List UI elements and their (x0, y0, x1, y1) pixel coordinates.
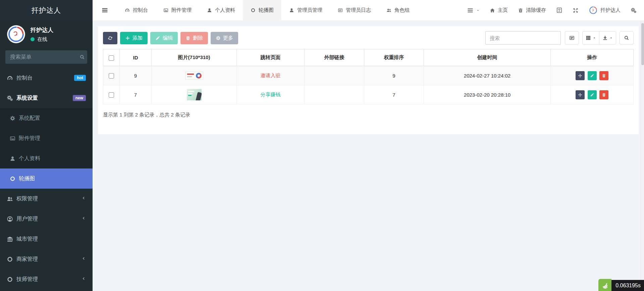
tab-label: 个人资料 (215, 7, 235, 13)
tab-role-group[interactable]: 角色组 (379, 0, 417, 20)
row-delete-button[interactable] (599, 71, 608, 80)
tab-carousel[interactable]: 轮播图 (243, 0, 281, 20)
export-dropdown-button[interactable] (599, 31, 616, 45)
columns-dropdown-button[interactable] (582, 31, 599, 45)
header-weight[interactable]: 权重排序 (364, 49, 424, 66)
refresh-button[interactable] (103, 32, 117, 44)
thinkphp-debug-icon[interactable] (598, 279, 611, 291)
cell-actions (551, 85, 634, 104)
add-button[interactable]: 添加 (120, 32, 148, 44)
settings-button[interactable] (631, 7, 637, 13)
circle-o-icon (251, 8, 256, 13)
delete-button[interactable]: 删除 (180, 32, 208, 44)
home-icon (490, 8, 495, 13)
row-checkbox[interactable] (109, 92, 114, 98)
dragsort-button[interactable] (576, 90, 585, 99)
sidebar-item-user-management[interactable]: 用户管理 (0, 209, 93, 229)
toolbar-button-group (582, 31, 616, 45)
brand-title: 扦护达人 (0, 0, 93, 20)
header-select-all[interactable] (103, 49, 120, 66)
fullscreen-button[interactable] (573, 7, 579, 13)
cogs-icon (7, 95, 13, 101)
menu-search-input[interactable] (10, 54, 79, 60)
sidebar-item-dashboard[interactable]: 控制台 hot (0, 68, 93, 88)
sidebar-item-system-settings[interactable]: 系统设置 new (0, 88, 93, 108)
jump-page-link[interactable]: 分享赚钱 (261, 92, 281, 97)
more-button[interactable]: 更多 (211, 32, 238, 44)
search-icon[interactable] (79, 54, 85, 60)
select-all-checkbox[interactable] (109, 55, 114, 61)
clear-cache-button[interactable]: 清除缓存 (518, 7, 546, 13)
header-link[interactable]: 跳转页面 (237, 49, 305, 66)
tab-label: 轮播图 (259, 7, 274, 13)
chevron-left-icon (81, 256, 86, 262)
home-link[interactable]: 主页 (490, 7, 508, 13)
cell-actions (551, 66, 634, 85)
user-menu[interactable]: 扦护达人 (589, 6, 621, 15)
search-toggle-button[interactable] (620, 31, 634, 45)
circle-o-icon (7, 256, 13, 262)
trash-icon (602, 74, 606, 78)
row-delete-button[interactable] (599, 90, 608, 99)
dragsort-button[interactable] (576, 71, 585, 80)
header-id[interactable]: ID (120, 49, 152, 66)
scrollbar-thumb[interactable] (641, 23, 644, 65)
header-external-link[interactable]: 外部链接 (305, 49, 364, 66)
refresh-icon (108, 36, 113, 41)
avatar (7, 25, 25, 44)
sidebar: 扦护达人 扦护达人 在线 控制台 hot 系统设置 (0, 0, 93, 291)
clear-cache-label: 清除缓存 (526, 7, 546, 13)
tab-admin-log[interactable]: 管理员日志 (330, 0, 379, 20)
sidebar-item-label: 城市管理 (16, 236, 86, 243)
sidebar-item-system-config[interactable]: 系统配置 (0, 108, 93, 128)
jump-page-link[interactable]: 邀请入驻 (261, 72, 281, 78)
columns-grid-icon (586, 35, 591, 41)
banner-image[interactable] (185, 71, 203, 80)
tab-attachments[interactable]: 附件管理 (156, 0, 199, 20)
sidebar-item-technician-management[interactable]: 技师管理 (0, 269, 93, 289)
users-icon (7, 196, 13, 202)
carousel-panel: 添加 编辑 删除 更多 (98, 26, 639, 134)
scrollbar[interactable] (641, 20, 644, 291)
tab-dashboard[interactable]: 控制台 (117, 0, 156, 20)
caret-down-icon (609, 36, 613, 40)
list-alt-icon (338, 8, 343, 13)
nav-list-dropdown[interactable] (467, 7, 480, 14)
language-icon (556, 7, 562, 13)
tab-admin-management[interactable]: 管理员管理 (281, 0, 330, 20)
user-icon (10, 156, 15, 161)
trash-icon (518, 8, 523, 13)
sidebar-item-profile[interactable]: 个人资料 (0, 148, 93, 168)
topbar-username: 扦护达人 (600, 7, 621, 13)
row-edit-button[interactable] (588, 71, 597, 80)
language-switch-button[interactable] (556, 7, 562, 13)
table-search-input[interactable] (485, 31, 561, 45)
table-row: 9 邀请入驻 9 2024-02-27 10:24:02 (103, 66, 634, 85)
search-icon (624, 35, 629, 41)
toggle-view-button[interactable] (565, 31, 579, 45)
header-created[interactable]: 创建时间 (424, 49, 551, 66)
row-checkbox[interactable] (109, 73, 114, 79)
export-icon (602, 35, 608, 41)
topbar: 控制台 附件管理 个人资料 轮播图 管理员管理 (93, 0, 644, 20)
debug-toolbar: 0.063195s (598, 279, 644, 291)
sidebar-item-carousel[interactable]: 轮播图 (0, 168, 93, 189)
sidebar-item-label: 系统配置 (19, 115, 86, 122)
cell-id: 9 (120, 66, 152, 85)
caret-down-icon (476, 9, 480, 12)
sidebar-toggle-button[interactable] (93, 0, 117, 20)
sidebar-item-attachments[interactable]: 附件管理 (0, 128, 93, 148)
user-status-label: 在线 (37, 36, 47, 43)
edit-button[interactable]: 编辑 (150, 32, 178, 44)
app-root: 扦护达人 扦护达人 在线 控制台 hot 系统设置 (0, 0, 644, 291)
row-edit-button[interactable] (588, 90, 597, 99)
tab-profile[interactable]: 个人资料 (199, 0, 243, 20)
home-label: 主页 (498, 7, 508, 13)
users-icon (386, 8, 391, 13)
sidebar-item-merchant-management[interactable]: 商家管理 (0, 249, 93, 269)
sidebar-item-permissions[interactable]: 权限管理 (0, 189, 93, 209)
sidebar-item-city-management[interactable]: 城市管理 (0, 229, 93, 249)
delete-label: 删除 (193, 35, 203, 41)
header-image[interactable]: 图片(710*310) (152, 49, 237, 66)
banner-image[interactable] (187, 89, 202, 100)
